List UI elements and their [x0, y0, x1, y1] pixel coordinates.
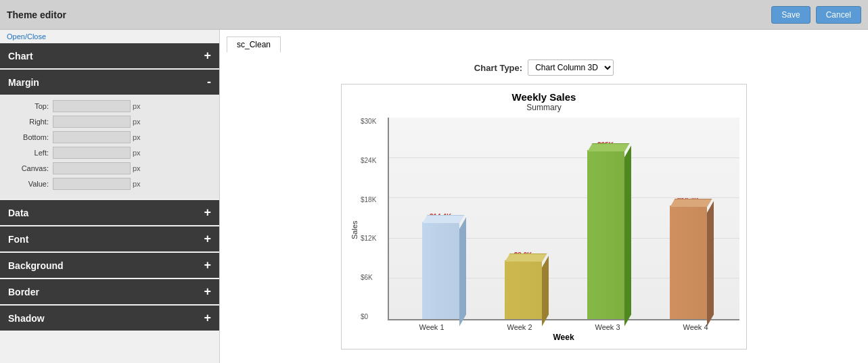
- sidebar-section-border-header[interactable]: Border +: [0, 279, 219, 304]
- bar4-3d: [670, 205, 707, 319]
- sidebar-section-data: Data +: [0, 200, 219, 225]
- data-toggle-icon: +: [204, 205, 211, 220]
- x-label-week2: Week 2: [476, 323, 564, 331]
- chart-type-row: Chart Type: Chart Column 3D Chart Bar 3D…: [227, 59, 861, 76]
- y-label-18k: $18K: [361, 196, 388, 203]
- bar1-front: [422, 222, 459, 319]
- bar4-side: [707, 201, 714, 326]
- y-label-24k: $24K: [361, 157, 388, 164]
- chart-title: Weekly Sales: [348, 91, 739, 103]
- y-axis-labels: $0 $6K $12K $18K $24K $30K: [361, 118, 388, 320]
- sidebar-section-shadow: Shadow +: [0, 306, 219, 331]
- chart-row: $0 $6K $12K $18K $24K $30K: [361, 118, 739, 320]
- bar1-top: [422, 215, 464, 223]
- left-unit: px: [133, 149, 141, 157]
- chart-container: Weekly Sales Summary Sales $0 $6K $12K $…: [341, 84, 747, 349]
- right-unit: px: [133, 118, 141, 126]
- bottom-label: Bottom:: [8, 133, 49, 141]
- font-toggle-icon: +: [204, 232, 211, 246]
- sidebar-section-chart-header[interactable]: Chart +: [0, 43, 219, 68]
- left-label: Left:: [8, 149, 49, 157]
- content-area: sc_Clean Chart Type: Chart Column 3D Cha…: [220, 30, 868, 363]
- sidebar: Open/Close Chart + Margin - Top: px Ri: [0, 30, 220, 363]
- bar4-front: [670, 205, 707, 319]
- margin-top-row: Top: px: [8, 100, 211, 112]
- tab-sc-clean[interactable]: sc_Clean: [227, 37, 281, 53]
- bar3-3d: [587, 150, 624, 319]
- top-unit: px: [133, 102, 141, 110]
- bar2-front: [505, 260, 542, 319]
- bottom-input[interactable]: [53, 131, 131, 143]
- canvas-row: Canvas: px: [8, 162, 211, 174]
- bar-group-2: $8.6K: [482, 118, 564, 319]
- margin-content: Top: px Right: px Bottom: px Left:: [0, 95, 219, 199]
- bar2-3d: [505, 260, 542, 319]
- bar-group-4: $16.7K: [647, 118, 729, 319]
- sidebar-section-border: Border +: [0, 279, 219, 304]
- value-row: Value: px: [8, 178, 211, 190]
- margin-toggle-icon: -: [207, 75, 211, 89]
- bar2-top: [505, 253, 547, 262]
- chart-area: Sales $0 $6K $12K $18K $24K $30K: [348, 118, 739, 342]
- shadow-toggle-icon: +: [204, 311, 211, 325]
- header: Theme editor Save Cancel: [0, 0, 868, 30]
- open-close-link[interactable]: Open/Close: [0, 30, 219, 43]
- chart-inner: $0 $6K $12K $18K $24K $30K: [361, 118, 739, 342]
- cancel-button[interactable]: Cancel: [816, 6, 861, 24]
- bar1-side: [459, 217, 466, 326]
- bar3-front: [587, 150, 624, 319]
- bar1-3d: [422, 222, 459, 319]
- sidebar-section-shadow-header[interactable]: Shadow +: [0, 306, 219, 331]
- top-input[interactable]: [53, 100, 131, 112]
- chart-toggle-icon: +: [204, 49, 211, 63]
- sidebar-section-chart: Chart +: [0, 43, 219, 68]
- margin-right-row: Right: px: [8, 116, 211, 128]
- y-label-0: $0: [361, 313, 388, 320]
- bar4-top: [670, 199, 712, 207]
- bar-group-1: $14.4K: [399, 118, 482, 319]
- sidebar-section-margin-label: Margin: [8, 77, 39, 88]
- canvas-input[interactable]: [53, 162, 131, 174]
- sidebar-section-margin-header[interactable]: Margin -: [0, 70, 219, 95]
- bar-group-3: $25K: [564, 118, 647, 319]
- canvas-label: Canvas:: [8, 164, 49, 172]
- x-label-week4: Week 4: [652, 323, 739, 331]
- bar2-side: [542, 256, 549, 326]
- sidebar-section-chart-label: Chart: [8, 51, 33, 62]
- x-label-week1: Week 1: [388, 323, 476, 331]
- sidebar-section-data-header[interactable]: Data +: [0, 200, 219, 225]
- background-toggle-icon: +: [204, 258, 211, 272]
- sidebar-section-data-label: Data: [8, 208, 28, 218]
- sidebar-section-margin: Margin - Top: px Right: px Bottom: px: [0, 70, 219, 199]
- save-button[interactable]: Save: [771, 6, 810, 24]
- sidebar-section-background-header[interactable]: Background +: [0, 253, 219, 278]
- margin-left-row: Left: px: [8, 147, 211, 159]
- right-input[interactable]: [53, 116, 131, 128]
- sidebar-section-font: Font +: [0, 226, 219, 251]
- bottom-unit: px: [133, 133, 141, 141]
- page-title: Theme editor: [7, 9, 766, 20]
- chart-type-select[interactable]: Chart Column 3D Chart Bar 3D Chart Line …: [528, 59, 614, 76]
- chart-subtitle: Summary: [348, 103, 739, 112]
- y-axis-label: Sales: [348, 118, 361, 342]
- margin-bottom-row: Bottom: px: [8, 131, 211, 143]
- value-input[interactable]: [53, 178, 131, 190]
- value-unit: px: [133, 180, 141, 188]
- bar3-side: [624, 145, 631, 326]
- x-axis-title: Week: [388, 333, 739, 342]
- bar3-top: [587, 143, 629, 151]
- left-input[interactable]: [53, 147, 131, 159]
- sidebar-section-border-label: Border: [8, 287, 39, 297]
- sidebar-section-background: Background +: [0, 253, 219, 278]
- chart-type-label: Chart Type:: [474, 63, 522, 73]
- sidebar-section-shadow-label: Shadow: [8, 313, 45, 324]
- sidebar-section-font-header[interactable]: Font +: [0, 226, 219, 251]
- right-label: Right:: [8, 118, 49, 126]
- value-label: Value:: [8, 180, 49, 188]
- tab-bar: sc_Clean: [227, 37, 861, 53]
- sidebar-section-background-label: Background: [8, 260, 64, 271]
- canvas-unit: px: [133, 164, 141, 172]
- main-layout: Open/Close Chart + Margin - Top: px Ri: [0, 30, 868, 363]
- plot-area: $14.4K: [388, 118, 739, 320]
- x-label-week3: Week 3: [564, 323, 652, 331]
